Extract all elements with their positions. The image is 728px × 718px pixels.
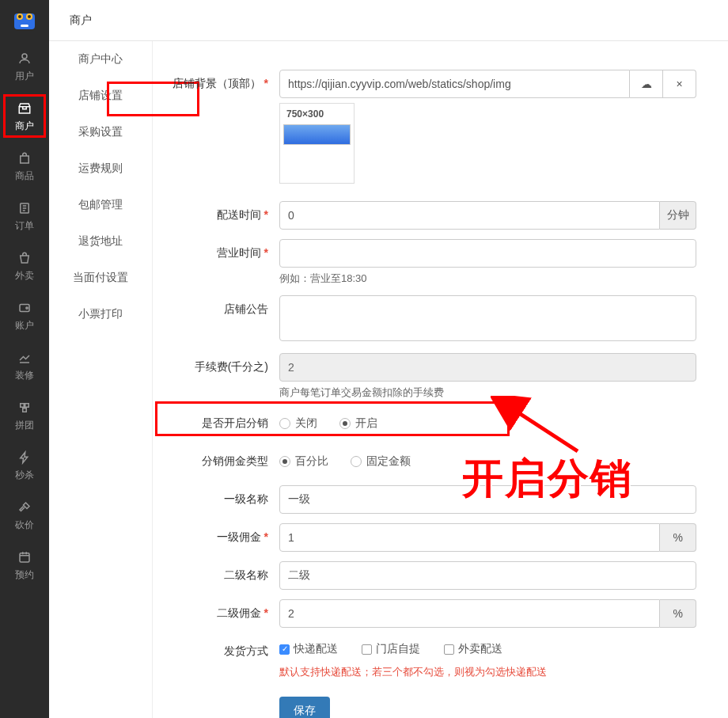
chk-label: 外卖配送 — [458, 642, 502, 656]
nav-takeout[interactable]: 外卖 — [0, 241, 49, 291]
save-button[interactable]: 保存 — [279, 697, 330, 718]
chk-label: 门店自提 — [376, 642, 420, 656]
l2-rate-input[interactable] — [279, 599, 660, 628]
hammer-icon — [17, 500, 32, 515]
nav-booking[interactable]: 预约 — [0, 540, 49, 590]
submenu-purchase-settings[interactable]: 采购设置 — [49, 114, 152, 150]
radio-percent[interactable]: 百分比 — [279, 454, 328, 469]
shop-bg-input[interactable] — [279, 70, 630, 98]
main-form: 店铺背景（顶部）* ☁ × 750×300 配送时间* 分钟 营业时间* — [153, 41, 728, 718]
submenu-shop-settings[interactable]: 店铺设置 — [49, 78, 152, 114]
nav-label: 装修 — [15, 369, 34, 382]
chk-express[interactable]: 快递配送 — [279, 642, 338, 656]
save-label: 保存 — [294, 704, 316, 716]
topbar: 商户 — [49, 0, 728, 41]
fee-input — [279, 353, 696, 382]
checkbox-icon — [362, 644, 372, 655]
submenu-facepay-settings[interactable]: 当面付设置 — [49, 260, 152, 296]
svg-point-9 — [26, 307, 28, 309]
label-l2-name: 二级名称 — [153, 561, 279, 588]
bg-thumbnail: 750×300 — [279, 103, 355, 184]
label-comm-type: 分销佣金类型 — [153, 447, 279, 474]
clear-button[interactable]: × — [663, 70, 696, 98]
submenu-freight-rules[interactable]: 运费规则 — [49, 150, 152, 187]
notice-textarea[interactable] — [279, 295, 696, 341]
label-l1-rate: 一级佣金* — [153, 523, 279, 550]
close-icon: × — [676, 78, 682, 90]
submenu-label: 当面付设置 — [73, 271, 128, 285]
brush-icon — [17, 350, 32, 366]
nav-label: 砍价 — [15, 519, 34, 532]
svg-rect-13 — [20, 553, 29, 562]
radio-icon — [279, 456, 290, 467]
nav-order[interactable]: 订单 — [0, 191, 49, 241]
radio-fixed[interactable]: 固定金额 — [351, 454, 411, 469]
biz-hours-hint: 例如：营业至18:30 — [279, 272, 696, 286]
radio-icon — [279, 418, 290, 429]
submenu: 商户中心 店铺设置 采购设置 运费规则 包邮管理 退货地址 当面付设置 小票打印 — [49, 41, 153, 718]
nav-seckill[interactable]: 秒杀 — [0, 440, 49, 490]
ship-hint: 默认支持快递配送；若三个都不勾选，则视为勾选快递配送 — [279, 665, 696, 679]
nav-goods[interactable]: 商品 — [0, 141, 49, 191]
upload-button[interactable]: ☁ — [630, 70, 663, 98]
label-l1-name: 一级名称 — [153, 485, 279, 512]
takeout-icon — [17, 250, 32, 266]
nav-bargain[interactable]: 砍价 — [0, 490, 49, 540]
radio-label: 开启 — [355, 416, 377, 431]
nav-label: 账户 — [15, 319, 34, 332]
app-logo — [0, 0, 49, 41]
submenu-label: 采购设置 — [78, 125, 123, 139]
thumb-image — [283, 124, 351, 145]
biz-hours-input[interactable] — [279, 239, 696, 268]
user-icon — [17, 51, 32, 66]
submenu-receipt-print[interactable]: 小票打印 — [49, 296, 152, 332]
checkbox-icon — [444, 644, 454, 655]
nav-label: 商户 — [15, 120, 34, 133]
svg-rect-5 — [21, 25, 28, 27]
nav-decorate[interactable]: 装修 — [0, 340, 49, 390]
l1-name-input[interactable] — [279, 485, 696, 514]
radio-dist-off[interactable]: 关闭 — [279, 416, 317, 431]
nav-merchant[interactable]: 商户 — [0, 91, 49, 141]
calendar-icon — [17, 549, 32, 565]
chk-pickup[interactable]: 门店自提 — [362, 642, 420, 656]
label-delivery-time: 配送时间* — [153, 201, 279, 228]
label-shop-bg: 店铺背景（顶部）* — [153, 70, 279, 97]
radio-icon — [351, 456, 362, 467]
label-fee: 手续费(千分之) — [153, 353, 279, 380]
label-biz-hours: 营业时间* — [153, 239, 279, 266]
nav-user[interactable]: 用户 — [0, 41, 49, 91]
label-l2-rate: 二级佣金* — [153, 599, 279, 626]
unit-percent: % — [660, 523, 696, 552]
nav-account[interactable]: 账户 — [0, 291, 49, 340]
l1-rate-input[interactable] — [279, 523, 660, 552]
submenu-label: 包邮管理 — [78, 198, 123, 212]
wallet-icon — [17, 300, 32, 316]
chk-label: 快递配送 — [294, 642, 338, 656]
page-title: 商户 — [70, 13, 92, 28]
label-dist-switch: 是否开启分销 — [153, 409, 279, 436]
nav-label: 秒杀 — [15, 469, 34, 482]
l2-name-input[interactable] — [279, 561, 696, 590]
svg-rect-12 — [23, 408, 27, 412]
delivery-time-input[interactable] — [279, 201, 660, 230]
cloud-upload-icon: ☁ — [641, 78, 652, 90]
unit-percent: % — [660, 599, 696, 628]
bag-icon — [17, 150, 32, 166]
nav-groupon[interactable]: 拼团 — [0, 390, 49, 440]
submenu-label: 小票打印 — [78, 307, 123, 321]
radio-dist-on[interactable]: 开启 — [339, 416, 377, 431]
left-sidebar: 用户 商户 商品 订单 外卖 账户 装修 拼团 秒杀 砍价 预约 — [0, 0, 49, 718]
submenu-label: 店铺设置 — [78, 89, 123, 103]
group-icon — [17, 400, 32, 416]
radio-label: 固定金额 — [366, 454, 411, 469]
submenu-merchant-center[interactable]: 商户中心 — [49, 41, 152, 78]
radio-icon — [339, 418, 351, 429]
svg-rect-10 — [21, 404, 25, 408]
submenu-free-shipping[interactable]: 包邮管理 — [49, 187, 152, 223]
nav-label: 用户 — [15, 70, 34, 83]
chk-takeaway[interactable]: 外卖配送 — [444, 642, 502, 656]
nav-label: 订单 — [15, 219, 34, 233]
submenu-return-address[interactable]: 退货地址 — [49, 223, 152, 260]
label-ship: 发货方式 — [153, 637, 279, 664]
